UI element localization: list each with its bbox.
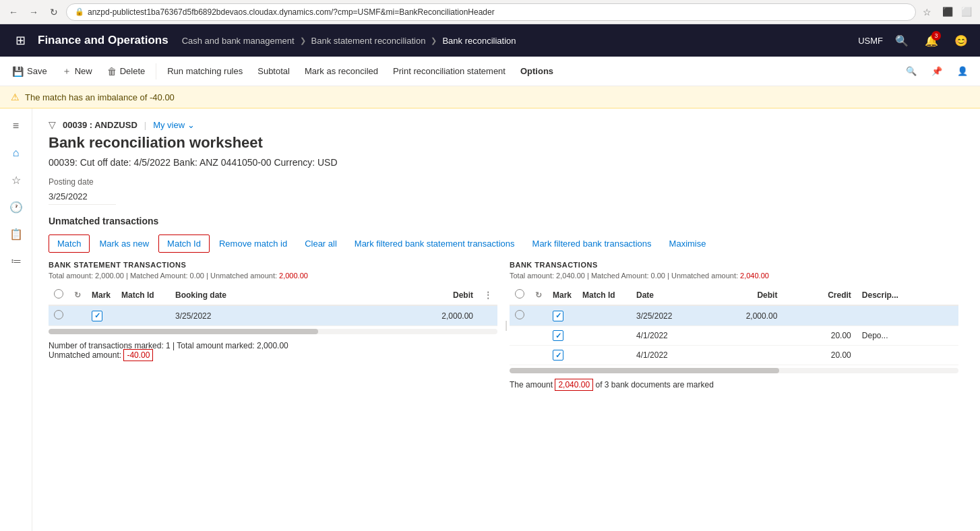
mark-reconciled-button[interactable]: Mark as reconciled	[298, 62, 385, 80]
clear-all-button[interactable]: Clear all	[297, 235, 345, 252]
sidebar-menu-icon[interactable]: ≡	[4, 114, 28, 138]
ext-icon-2[interactable]: ⬜	[958, 4, 975, 20]
search-icon-btn[interactable]: 🔍	[891, 30, 913, 51]
match-button[interactable]: Match	[49, 235, 90, 253]
cmd-search-button[interactable]: 🔍	[899, 62, 923, 80]
ext-icon-1[interactable]: ⬛	[940, 4, 956, 20]
bank-statement-table: ↻ Mark Match Id Booking date Debit ⋮	[49, 285, 497, 326]
bt-row1-mark[interactable]	[547, 305, 577, 326]
bt-row2-refresh	[530, 326, 547, 346]
bt-row3-mark[interactable]	[547, 346, 577, 365]
app-header: ⊞ Finance and Operations Cash and bank m…	[0, 24, 980, 57]
section-title: Unmatched transactions	[49, 216, 964, 226]
sidebar-star-icon[interactable]: ☆	[4, 168, 28, 192]
table-row: 3/25/2022 2,000.00	[49, 305, 497, 326]
sidebar-home-icon[interactable]: ⌂	[4, 141, 28, 165]
bookmark-icon[interactable]: ☆	[923, 7, 931, 18]
user-icon-btn[interactable]: 😊	[950, 30, 972, 51]
bs-more-icon[interactable]: ⋮	[484, 290, 492, 300]
bt-col-matchid-header: Match Id	[577, 285, 631, 305]
bt-row3-matchid	[577, 346, 631, 365]
run-matching-button[interactable]: Run matching rules	[160, 62, 249, 80]
bs-row1-mark[interactable]	[86, 305, 116, 326]
maximise-button[interactable]: Maximise	[661, 235, 714, 252]
options-button[interactable]: Options	[514, 62, 560, 80]
refresh-button[interactable]: ↻	[46, 4, 62, 20]
bt-row3-desc	[857, 346, 958, 365]
bt-footer-amount: 2,040.00	[555, 379, 593, 391]
bt-row2-matchid	[577, 326, 631, 346]
breadcrumb-item-2[interactable]: Bank statement reconciliation	[311, 36, 426, 46]
header-right-icons: USMF 🔍 🔔 3 😊	[858, 30, 972, 51]
bt-row3-refresh	[530, 346, 547, 365]
new-button[interactable]: ＋ New	[55, 61, 99, 82]
breadcrumb-item-1[interactable]: Cash and bank management	[182, 36, 295, 46]
posting-date-value[interactable]: 3/25/2022	[49, 189, 116, 205]
chevron-down-icon: ⌄	[187, 120, 195, 130]
extension-icons: ⬛ ⬜	[940, 4, 975, 20]
sidebar-doc-icon[interactable]: 📋	[4, 222, 28, 246]
bt-row1-credit	[783, 305, 856, 326]
bt-row2-date: 4/1/2022	[631, 326, 692, 346]
bs-header-radio[interactable]	[54, 289, 63, 299]
panel-divider[interactable]: |	[503, 261, 510, 389]
sidebar-list-icon[interactable]: ≔	[4, 249, 28, 273]
bs-col-matchid-header: Match Id	[116, 285, 170, 305]
table-row: 4/1/2022 20.00 Depo...	[510, 326, 958, 346]
mark-filtered-bs-button[interactable]: Mark filtered bank statement transaction…	[346, 235, 523, 252]
bs-scrollbar[interactable]	[49, 329, 497, 334]
bt-col-debit-header: Debit	[692, 285, 783, 305]
bs-scrollbar-thumb[interactable]	[49, 329, 318, 334]
waffle-menu-icon[interactable]: ⊞	[8, 28, 32, 53]
table-row: 4/1/2022 20.00	[510, 346, 958, 365]
address-bar[interactable]: 🔒 anzpd-publictest1ba76367d5fb6892bdevao…	[66, 3, 916, 21]
filter-icon[interactable]: ▽	[49, 119, 56, 130]
bt-row1-radio[interactable]	[510, 305, 530, 326]
breadcrumb: Cash and bank management ❯ Bank statemen…	[182, 36, 516, 46]
bt-scrollbar-thumb[interactable]	[510, 368, 779, 373]
warning-icon: ⚠	[11, 92, 20, 102]
view-selector[interactable]: My view ⌄	[153, 120, 195, 130]
bt-col-credit-header: Credit	[783, 285, 856, 305]
bs-transactions-marked: Number of transactions marked: 1 | Total…	[49, 341, 288, 350]
tenant-label: USMF	[858, 36, 883, 46]
bt-row2-radio[interactable]	[510, 326, 530, 346]
notification-badge: 3	[931, 31, 941, 40]
bt-row2-desc: Depo...	[857, 326, 958, 346]
breadcrumb-item-3[interactable]: Bank reconciliation	[442, 36, 516, 46]
print-button[interactable]: Print reconciliation statement	[386, 62, 512, 80]
forward-button[interactable]: →	[26, 4, 42, 20]
bs-refresh-icon[interactable]: ↻	[74, 290, 81, 300]
bt-footer: The amount 2,040.00 of 3 bank documents …	[510, 380, 958, 389]
transaction-panels: BANK STATEMENT TRANSACTIONS Total amount…	[49, 261, 964, 389]
back-button[interactable]: ←	[5, 4, 22, 20]
notification-icon-btn[interactable]: 🔔 3	[921, 30, 942, 51]
subtotal-button[interactable]: Subtotal	[251, 62, 297, 80]
bt-header-radio[interactable]	[515, 289, 524, 299]
match-id-button[interactable]: Match Id	[158, 235, 210, 253]
bt-row2-mark[interactable]	[547, 326, 577, 346]
page-subtitle: 00039: Cut off date: 4/5/2022 Bank: ANZ …	[49, 157, 964, 168]
mark-as-new-button[interactable]: Mark as new	[91, 235, 157, 252]
bt-row3-debit	[692, 346, 783, 365]
bt-scrollbar[interactable]	[510, 368, 958, 373]
sidebar-clock-icon[interactable]: 🕐	[4, 195, 28, 219]
page-title: Bank reconciliation worksheet	[49, 134, 964, 152]
bt-col-date-header: Date	[631, 285, 692, 305]
breadcrumb-chevron-1: ❯	[300, 36, 306, 45]
cmd-pin-button[interactable]: 📌	[925, 62, 949, 80]
mark-filtered-bt-button[interactable]: Mark filtered bank transactions	[524, 235, 660, 252]
bank-statement-summary: Total amount: 2,000.00 | Matched Amount:…	[49, 272, 497, 280]
cmd-person-button[interactable]: 👤	[950, 62, 975, 80]
bt-col-desc-header: Descrip...	[857, 285, 958, 305]
save-button[interactable]: 💾 Save	[5, 62, 54, 81]
bt-row3-date: 4/1/2022	[631, 346, 692, 365]
bs-row1-radio[interactable]	[49, 305, 69, 326]
bt-row3-radio[interactable]	[510, 346, 530, 365]
bt-refresh-icon[interactable]: ↻	[535, 290, 542, 300]
app-name: Finance and Operations	[38, 34, 169, 47]
remove-match-id-button[interactable]: Remove match id	[211, 235, 295, 252]
bs-row1-more	[479, 305, 497, 326]
warning-bar: ⚠ The match has an imbalance of -40.00	[0, 86, 980, 108]
delete-button[interactable]: 🗑 Delete	[100, 62, 152, 81]
